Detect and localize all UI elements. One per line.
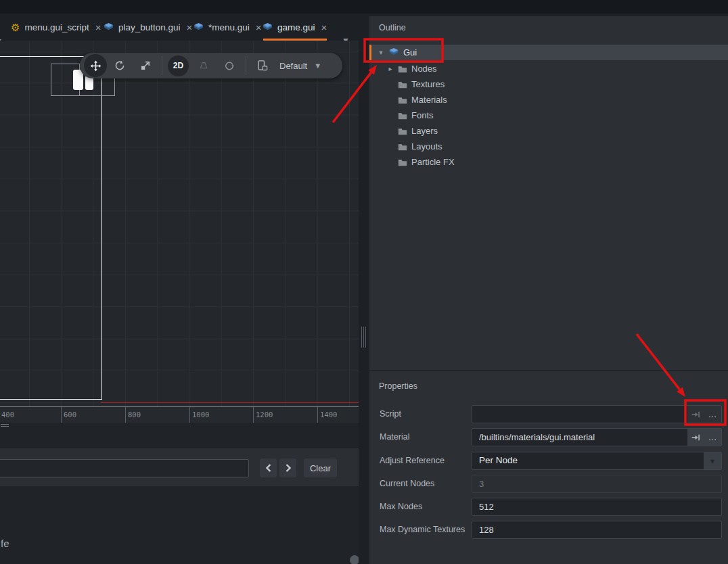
gui-scene-icon — [263, 23, 273, 32]
perspective-camera-button[interactable] — [191, 54, 217, 77]
script-browse-button[interactable]: … — [704, 406, 721, 423]
scale-tool-icon — [139, 60, 152, 72]
material-value-input[interactable] — [472, 429, 682, 446]
rotate-tool-button[interactable] — [107, 54, 133, 77]
outline-row-gui-root[interactable]: ▾ Gui — [369, 45, 728, 60]
material-open-resource-button[interactable] — [687, 429, 704, 446]
2d-mode-button[interactable]: 2D — [168, 55, 189, 76]
max-nodes-input[interactable] — [472, 498, 721, 515]
ruler-tick — [317, 407, 318, 423]
layout-device-button[interactable] — [250, 54, 275, 77]
tab-close-icon[interactable]: × — [320, 22, 327, 33]
outline-row-label: Fonts — [411, 110, 434, 120]
tab-close-icon[interactable]: × — [254, 22, 262, 33]
outline-row-particle-fx[interactable]: Particle FX — [369, 154, 728, 170]
toolbar-separator — [162, 56, 162, 75]
current-nodes-property-label: Current Nodes — [380, 479, 434, 488]
tab-label: game.gui — [277, 22, 315, 32]
chevron-right-icon — [285, 464, 292, 472]
tab-label: menu.gui_script — [24, 22, 89, 32]
max-dynamic-textures-property-label: Max Dynamic Textures — [380, 525, 465, 534]
console-pane: Clear fe — [0, 423, 359, 564]
gui-scene-icon — [104, 23, 114, 32]
reset-camera-button[interactable] — [217, 54, 242, 77]
folder-icon — [398, 143, 407, 151]
x-axis-line — [101, 402, 359, 403]
tab-game-gui-active[interactable]: game.gui × — [263, 14, 327, 41]
tab-menu-gui-script[interactable]: ⚙ menu.gui_script × — [11, 14, 101, 41]
outline-row-label: Nodes — [411, 64, 437, 74]
ruler-tick — [61, 407, 62, 423]
chevron-right-icon[interactable]: ▸ — [387, 65, 394, 72]
outline-row-label: Layouts — [411, 141, 442, 151]
scale-tool-button[interactable] — [133, 54, 158, 77]
ruler-label: 1000 — [192, 410, 209, 419]
find-next-button[interactable] — [279, 459, 296, 477]
scene-editor-canvas[interactable]: 2D Default ▼ — [0, 41, 359, 406]
tab-close-icon[interactable]: × — [185, 22, 193, 33]
folder-icon — [398, 112, 407, 120]
tab-label: *menu.gui — [208, 22, 250, 32]
script-gear-icon: ⚙ — [11, 22, 20, 32]
outline-row-materials[interactable]: Materials — [369, 92, 728, 108]
tab-menu-gui[interactable]: *menu.gui × — [194, 14, 262, 41]
ruler-label: 1400 — [320, 410, 337, 419]
max-dynamic-textures-input[interactable] — [472, 521, 721, 538]
move-tool-icon — [89, 60, 102, 72]
ellipsis-icon: … — [708, 409, 718, 419]
gui-bounds-bottom-edge — [0, 399, 102, 400]
max-nodes-field[interactable] — [472, 498, 722, 516]
clear-console-button[interactable]: Clear — [304, 459, 337, 477]
console-output-text: fe — [1, 538, 9, 549]
outline-row-label: Gui — [403, 47, 417, 57]
goto-arrow-icon — [691, 433, 701, 442]
layout-selector-value[interactable]: Default — [279, 61, 307, 71]
ruler-label: 400 — [1, 410, 14, 419]
pane-splitter[interactable] — [359, 14, 369, 564]
tab-close-icon[interactable]: × — [94, 22, 101, 33]
ruler-label: 800 — [128, 410, 141, 419]
frustum-icon — [198, 60, 210, 72]
selection-accent-bar — [369, 45, 371, 60]
chevron-down-icon[interactable]: ▾ — [378, 49, 384, 56]
splitter-grip-icon — [361, 327, 366, 348]
folder-icon — [398, 127, 407, 135]
layout-selector-chevron-icon[interactable]: ▼ — [314, 62, 321, 70]
max-dynamic-textures-field[interactable] — [472, 521, 722, 539]
chevron-left-icon — [265, 464, 272, 472]
window-top-strip — [0, 0, 728, 14]
outline-row-layers[interactable]: Layers — [369, 123, 728, 139]
toolbar-separator — [246, 56, 246, 75]
outline-row-textures[interactable]: Textures — [369, 76, 728, 92]
outline-row-layouts[interactable]: Layouts — [369, 139, 728, 154]
script-value-input[interactable] — [472, 406, 721, 423]
outline-row-fonts[interactable]: Fonts — [369, 108, 728, 123]
dropdown-chevron-icon[interactable]: ▼ — [704, 452, 721, 469]
script-field[interactable]: … — [472, 405, 722, 423]
console-filter-input[interactable] — [0, 459, 249, 477]
find-previous-button[interactable] — [260, 459, 277, 477]
panel-section-divider — [369, 370, 728, 371]
script-open-resource-button[interactable] — [687, 406, 704, 423]
outline-properties-panel: Outline ▾ Gui ▸ Nodes — [369, 16, 728, 564]
current-nodes-value — [472, 475, 721, 492]
viewport-toolbar: 2D Default ▼ — [80, 53, 342, 78]
goto-arrow-icon — [691, 410, 701, 419]
adjust-reference-dropdown[interactable]: Per Node ▼ — [472, 452, 722, 470]
gui-scene-icon — [194, 23, 204, 32]
outline-row-label: Particle FX — [411, 157, 455, 167]
material-property-label: Material — [380, 432, 409, 442]
gui-bounds-right-edge — [101, 56, 102, 400]
ruler-corner-grip-icon — [1, 424, 9, 428]
script-property-label: Script — [380, 409, 401, 419]
adjust-reference-property-label: Adjust Reference — [380, 456, 445, 465]
material-browse-button[interactable]: … — [704, 429, 721, 446]
material-field[interactable]: … — [472, 428, 722, 446]
tab-play-button-gui[interactable]: play_button.gui × — [104, 14, 192, 41]
outline-row-nodes[interactable]: ▸ Nodes — [369, 61, 728, 76]
ellipsis-icon: … — [708, 432, 718, 442]
ruler-tick — [253, 407, 254, 423]
console-scrollbar-thumb[interactable] — [350, 555, 359, 564]
tab-label: play_button.gui — [118, 22, 181, 32]
move-tool-button[interactable] — [84, 54, 107, 77]
